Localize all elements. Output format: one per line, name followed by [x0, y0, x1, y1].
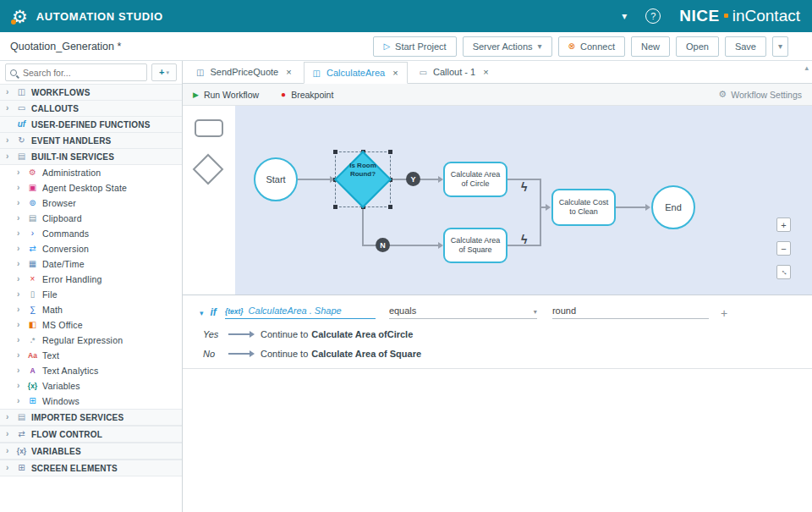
- node-calculate-cost-to-clean[interactable]: Calculate Cost to Clean: [551, 189, 616, 226]
- brand-incontact: inContact: [732, 7, 800, 25]
- resize-handle[interactable]: [388, 150, 392, 154]
- collapse-caret-icon[interactable]: ▾: [200, 309, 204, 319]
- node-end[interactable]: End: [651, 185, 695, 229]
- chevron-right-icon[interactable]: ›: [6, 413, 12, 421]
- sidebar-item-user-defined-functions[interactable]: uf USER-DEFINED FUNCTIONS: [0, 117, 182, 133]
- chevron-right-icon[interactable]: ›: [6, 104, 12, 113]
- sidebar-item-built-in-services[interactable]: › ▤ BUILT-IN SERVICES: [0, 149, 182, 165]
- new-button[interactable]: New: [631, 36, 670, 57]
- tab-calculatearea[interactable]: ◫ CalculateArea ×: [304, 62, 408, 84]
- search-input[interactable]: [21, 67, 142, 79]
- chevron-right-icon[interactable]: ›: [17, 168, 23, 177]
- tab-callout-1[interactable]: ▭ Callout - 1 ×: [411, 61, 497, 83]
- add-item-button[interactable]: + ▾: [151, 63, 177, 81]
- condition-value-field[interactable]: round: [552, 306, 709, 319]
- search-icon: [10, 69, 17, 76]
- open-button[interactable]: Open: [676, 36, 719, 57]
- sidebar-item-flow-control[interactable]: › ⇄ FLOW CONTROL: [0, 426, 182, 443]
- chevron-right-icon[interactable]: ›: [17, 275, 23, 284]
- sidebar-item-text-analytics[interactable]: › A Text Analytics: [0, 363, 182, 378]
- arrowhead: [645, 204, 650, 211]
- resize-handle[interactable]: [388, 205, 392, 209]
- workflow-toolbar: ▶ Run Workflow ● Breakpoint ⚙ Workflow S…: [183, 84, 812, 106]
- condition-operator-dropdown[interactable]: equals ▾: [389, 306, 537, 319]
- chevron-right-icon[interactable]: ›: [17, 336, 23, 344]
- chevron-right-icon[interactable]: ›: [17, 321, 23, 329]
- resize-handle[interactable]: [333, 150, 337, 154]
- save-dropdown-button[interactable]: ▾: [772, 36, 788, 57]
- chevron-right-icon[interactable]: ›: [6, 447, 12, 455]
- zoom-in-button[interactable]: +: [776, 217, 791, 232]
- chevron-right-icon[interactable]: ›: [17, 245, 23, 253]
- chevron-right-icon[interactable]: ›: [17, 290, 23, 299]
- condition-operand-field[interactable]: {text} CalculateArea . Shape: [225, 306, 376, 319]
- start-project-button[interactable]: ▷ Start Project: [373, 36, 456, 57]
- run-workflow-button[interactable]: ▶ Run Workflow: [193, 90, 259, 100]
- chevron-right-icon[interactable]: ›: [6, 430, 12, 438]
- sidebar-item-ms-office[interactable]: › ◧ MS Office: [0, 317, 182, 333]
- palette-decision-shape[interactable]: [193, 154, 224, 185]
- sidebar-item-agent-desktop-state[interactable]: › ▣ Agent Desktop State: [0, 180, 182, 195]
- chevron-right-icon[interactable]: ›: [17, 260, 23, 268]
- branch-target: Calculate Area ofCircle: [311, 329, 413, 339]
- header-chevron-down-icon[interactable]: ▾: [622, 10, 627, 22]
- palette-step-shape[interactable]: [195, 119, 223, 137]
- chevron-right-icon[interactable]: ›: [17, 382, 23, 390]
- sidebar-item-screen-elements[interactable]: › ⊞ SCREEN ELEMENTS: [0, 460, 182, 476]
- connect-button[interactable]: ⊗ Connect: [558, 36, 625, 57]
- workflow-canvas[interactable]: Start Is Room Round? Y N Calculate Area …: [183, 106, 812, 295]
- sidebar-item-variables-section[interactable]: › {x} VARIABLES: [0, 443, 182, 460]
- chevron-right-icon[interactable]: ›: [17, 366, 23, 375]
- sidebar-item-browser[interactable]: › ⊚ Browser: [0, 195, 182, 211]
- sidebar-item-error-handling[interactable]: › × Error Handling: [0, 272, 182, 287]
- resize-handle[interactable]: [333, 205, 337, 209]
- sidebar-item-date-time[interactable]: › ▦ Date/Time: [0, 256, 182, 272]
- sidebar-item-commands[interactable]: › › Commands: [0, 226, 182, 241]
- chevron-right-icon[interactable]: ›: [6, 88, 12, 96]
- branch-row-yes[interactable]: Yes Continue toCalculate Area ofCircle: [203, 324, 812, 344]
- help-icon[interactable]: ?: [645, 8, 661, 24]
- service-label: Variables: [42, 381, 80, 391]
- zoom-fit-button[interactable]: ↕: [776, 265, 791, 279]
- close-tab-icon[interactable]: ×: [286, 67, 291, 77]
- canvas-background[interactable]: [235, 106, 812, 295]
- sidebar-item-workflows[interactable]: › ◫ WORKFLOWS: [0, 85, 182, 101]
- close-tab-icon[interactable]: ×: [392, 68, 398, 78]
- sidebar-item-text[interactable]: › Aa Text: [0, 348, 182, 363]
- sidebar-item-windows[interactable]: › ⊞ Windows: [0, 394, 182, 409]
- sidebar-item-math[interactable]: › ∑ Math: [0, 302, 182, 317]
- scroll-up-arrow-icon[interactable]: ▴: [804, 63, 809, 72]
- chevron-right-icon[interactable]: ›: [17, 199, 23, 207]
- sidebar-item-conversion[interactable]: › ⇄ Conversion: [0, 241, 182, 256]
- chevron-right-icon[interactable]: ›: [6, 152, 12, 161]
- sidebar-item-callouts[interactable]: › ▭ CALLOUTS: [0, 101, 182, 117]
- sidebar-item-administration[interactable]: › ⚙ Administration: [0, 165, 182, 180]
- sidebar-item-event-handlers[interactable]: › ↻ EVENT HANDLERS: [0, 133, 182, 149]
- save-button[interactable]: Save: [725, 36, 766, 57]
- sidebar-item-variables-service[interactable]: › {x} Variables: [0, 378, 182, 394]
- chevron-right-icon[interactable]: ›: [6, 136, 12, 145]
- sidebar-item-imported-services[interactable]: › ▤ IMPORTED SERVICES: [0, 409, 182, 426]
- sidebar-item-file[interactable]: › ▯ File: [0, 287, 182, 302]
- sidebar-item-regular-expression[interactable]: › .* Regular Expression: [0, 333, 182, 348]
- tab-sendpricequote[interactable]: ◫ SendPriceQuote ×: [188, 61, 300, 83]
- add-condition-button[interactable]: +: [721, 307, 727, 319]
- workflow-settings-button[interactable]: ⚙ Workflow Settings: [718, 89, 802, 100]
- server-actions-button[interactable]: Server Actions ▾: [463, 36, 552, 57]
- chevron-right-icon[interactable]: ›: [17, 306, 23, 314]
- chevron-right-icon[interactable]: ›: [17, 229, 23, 238]
- chevron-down-icon: ▾: [166, 69, 169, 76]
- breakpoint-button[interactable]: ● Breakpoint: [281, 90, 333, 100]
- node-calculate-area-of-circle[interactable]: Calculate Area of Circle: [443, 162, 508, 197]
- close-tab-icon[interactable]: ×: [483, 67, 488, 77]
- chevron-right-icon[interactable]: ›: [17, 351, 23, 360]
- sidebar-item-clipboard[interactable]: › ▤ Clipboard: [0, 211, 182, 226]
- chevron-right-icon[interactable]: ›: [17, 214, 23, 223]
- branch-row-no[interactable]: No Continue toCalculate Area of Square: [203, 344, 812, 363]
- node-start[interactable]: Start: [254, 157, 298, 201]
- chevron-right-icon[interactable]: ›: [17, 397, 23, 405]
- chevron-right-icon[interactable]: ›: [17, 184, 23, 192]
- node-calculate-area-of-square[interactable]: Calculate Area of Square: [443, 228, 508, 263]
- chevron-right-icon[interactable]: ›: [6, 464, 12, 472]
- zoom-out-button[interactable]: −: [776, 241, 791, 256]
